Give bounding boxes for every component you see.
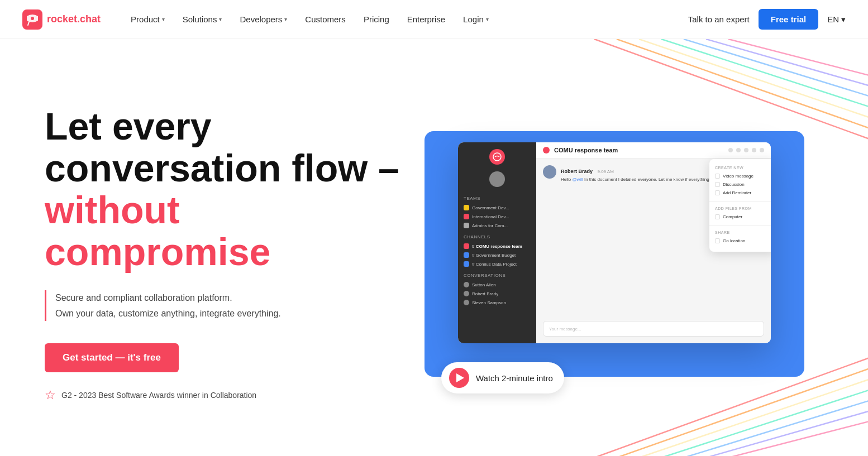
app-main-panel: COMU response team bbox=[536, 142, 771, 343]
sidebar-section-channels: Channels bbox=[458, 234, 536, 239]
popup-checkbox bbox=[715, 238, 720, 243]
svg-line-15 bbox=[728, 413, 868, 456]
chevron-down-icon: ▾ bbox=[841, 15, 846, 25]
play-triangle-icon bbox=[456, 373, 464, 382]
hero-right: Teams Government Dev... International De… bbox=[402, 131, 823, 377]
sidebar-section-conversations: Conversations bbox=[458, 273, 536, 278]
app-sidebar: Teams Government Dev... International De… bbox=[458, 142, 536, 343]
nav-item-pricing[interactable]: Pricing bbox=[356, 10, 397, 28]
popup-item-video[interactable]: Video message bbox=[715, 172, 771, 180]
svg-line-11 bbox=[639, 368, 868, 456]
sidebar-item-channel-3[interactable]: # Comius Data Project bbox=[458, 260, 536, 268]
svg-line-12 bbox=[661, 380, 868, 456]
header-actions bbox=[728, 148, 764, 152]
chat-header: COMU response team bbox=[536, 142, 771, 159]
sidebar-item-convo-1[interactable]: Sutton Allen bbox=[458, 280, 536, 289]
chevron-down-icon: ▾ bbox=[486, 16, 489, 22]
header-action-icon-1[interactable] bbox=[728, 148, 733, 152]
popup-checkbox bbox=[715, 174, 720, 179]
popup-files-section: ADD FILES FROM Computer bbox=[709, 204, 771, 223]
convo-avatar-dot bbox=[464, 300, 469, 305]
message-input-placeholder: Your message... bbox=[549, 327, 581, 332]
award-badge: ☆ G2 - 2023 Best Software Awards winner … bbox=[45, 388, 402, 402]
header-action-icon-3[interactable] bbox=[744, 148, 748, 152]
navbar: rocket.chat Product ▾ Solutions ▾ Develo… bbox=[0, 0, 868, 39]
language-selector[interactable]: EN ▾ bbox=[827, 15, 846, 25]
message-avatar bbox=[543, 165, 556, 179]
popup-checkbox bbox=[715, 182, 720, 187]
chevron-down-icon: ▾ bbox=[219, 16, 222, 22]
message-timestamp: 9:09 AM bbox=[597, 169, 613, 174]
talk-to-expert-link[interactable]: Talk to an expert bbox=[688, 15, 750, 24]
nav-item-customers[interactable]: Customers bbox=[297, 10, 354, 28]
free-trial-button[interactable]: Free trial bbox=[759, 9, 818, 30]
header-action-icon-5[interactable] bbox=[760, 148, 764, 152]
app-window: Teams Government Dev... International De… bbox=[458, 142, 771, 343]
nav-links: Product ▾ Solutions ▾ Developers ▾ Custo… bbox=[123, 10, 688, 28]
popup-divider-2 bbox=[709, 225, 771, 226]
svg-line-4 bbox=[639, 39, 868, 128]
popup-checkbox bbox=[715, 214, 720, 219]
logo[interactable]: rocket.chat bbox=[22, 9, 101, 30]
sidebar-item-channel-2[interactable]: # Government Budget bbox=[458, 251, 536, 260]
svg-line-6 bbox=[684, 39, 868, 106]
award-star-icon: ☆ bbox=[45, 388, 56, 402]
hero-left: Let every conversation flow – without co… bbox=[45, 105, 402, 402]
nav-item-solutions[interactable]: Solutions ▾ bbox=[175, 10, 230, 28]
nav-item-product[interactable]: Product ▾ bbox=[123, 10, 173, 28]
sidebar-item-team-2[interactable]: International Dev... bbox=[458, 212, 536, 221]
chevron-down-icon: ▾ bbox=[284, 16, 287, 22]
nav-item-login[interactable]: Login ▾ bbox=[455, 10, 497, 28]
team-color-dot bbox=[464, 205, 469, 210]
sidebar-item-convo-2[interactable]: Robert Brady bbox=[458, 289, 536, 298]
sidebar-logo-icon bbox=[489, 149, 505, 165]
sidebar-section-teams: Teams bbox=[458, 196, 536, 201]
svg-line-14 bbox=[706, 402, 868, 456]
nav-right: Talk to an expert Free trial EN ▾ bbox=[688, 9, 846, 30]
sidebar-item-channel-1[interactable]: # COMU response team bbox=[458, 242, 536, 251]
sidebar-item-convo-3[interactable]: Steven Sampson bbox=[458, 298, 536, 307]
app-mockup-bg: Teams Government Dev... International De… bbox=[425, 131, 804, 377]
message-sender-name: Robert Brady bbox=[561, 169, 593, 174]
header-action-icon-2[interactable] bbox=[736, 148, 741, 152]
message-input-bar[interactable]: Your message... bbox=[543, 321, 764, 337]
svg-line-5 bbox=[661, 39, 868, 117]
logo-text-prefix: rocket bbox=[47, 13, 77, 25]
svg-line-7 bbox=[706, 39, 868, 95]
popup-item-reminder[interactable]: Add Reminder bbox=[715, 189, 771, 197]
popup-item-computer[interactable]: Computer bbox=[715, 213, 771, 221]
team-color-dot bbox=[464, 223, 469, 228]
sidebar-item-team-1[interactable]: Government Dev... bbox=[458, 203, 536, 212]
svg-line-8 bbox=[728, 39, 868, 84]
nav-item-developers[interactable]: Developers ▾ bbox=[232, 10, 295, 28]
get-started-button[interactable]: Get started — it's free bbox=[45, 343, 179, 372]
popup-item-discussion[interactable]: Discussion bbox=[715, 180, 771, 189]
hero-title: Let every conversation flow – without co… bbox=[45, 105, 402, 272]
convo-avatar-dot bbox=[464, 282, 469, 287]
popup-divider bbox=[709, 201, 771, 202]
convo-avatar-dot bbox=[464, 291, 469, 296]
channel-color-dot bbox=[464, 261, 469, 267]
hero-subtitle: Secure and compliant collaboration platf… bbox=[45, 290, 402, 320]
logo-text-suffix: .chat bbox=[77, 13, 101, 25]
popup-share-section: SHARE Go location bbox=[709, 228, 771, 247]
svg-point-18 bbox=[493, 153, 501, 161]
sidebar-item-team-3[interactable]: Admins for Com... bbox=[458, 221, 536, 230]
chat-context-popup: CREATE NEW Video message Discussion bbox=[709, 159, 771, 252]
svg-line-13 bbox=[684, 391, 868, 456]
hero-section: Let every conversation flow – without co… bbox=[0, 39, 868, 456]
video-intro-label: Watch 2-minute intro bbox=[476, 373, 553, 383]
channel-status-dot bbox=[543, 147, 550, 153]
sidebar-user-avatar bbox=[489, 171, 505, 187]
popup-item-location[interactable]: Go location bbox=[715, 237, 771, 245]
watch-intro-button[interactable]: Watch 2-minute intro bbox=[441, 362, 564, 393]
play-icon bbox=[449, 368, 469, 388]
nav-item-enterprise[interactable]: Enterprise bbox=[399, 10, 453, 28]
popup-create-section: CREATE NEW Video message Discussion bbox=[709, 164, 771, 199]
channel-color-dot bbox=[464, 243, 469, 249]
svg-point-1 bbox=[31, 17, 34, 20]
popup-checkbox bbox=[715, 190, 720, 195]
channel-color-dot bbox=[464, 252, 469, 258]
header-action-icon-4[interactable] bbox=[752, 148, 756, 152]
team-color-dot bbox=[464, 214, 469, 219]
